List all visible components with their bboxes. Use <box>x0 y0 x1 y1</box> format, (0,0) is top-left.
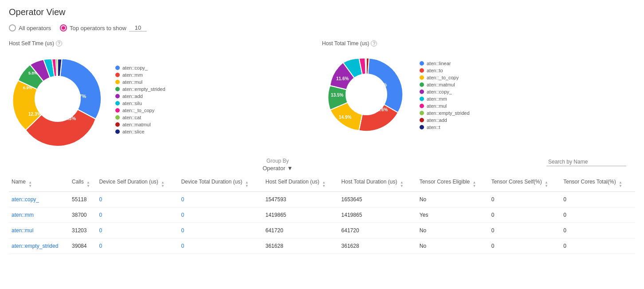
svg-text:14.9%: 14.9% <box>339 115 351 120</box>
col-name: Name ▲▼ <box>9 175 69 192</box>
sort-tensor-eligible[interactable]: ▲▼ <box>473 181 476 188</box>
cell-calls: 31203 <box>69 223 96 238</box>
page-title: Operator View <box>9 7 635 17</box>
cell-host-total: 1419865 <box>339 207 417 223</box>
all-operators-label: All operators <box>19 25 51 31</box>
group-by-value: Operator <box>263 165 285 172</box>
cell-device-self[interactable]: 0 <box>96 192 178 207</box>
left-chart-title: Host Self Time (us) ? <box>9 40 322 47</box>
legend-item: aten::mm <box>115 72 165 78</box>
legend-item: aten::add <box>420 117 470 123</box>
legend-dot <box>115 122 120 127</box>
legend-item: aten::add <box>115 94 165 99</box>
legend-dot <box>420 104 424 108</box>
legend-item: aten::mm <box>420 96 470 102</box>
table-row: aten::mm 38700 0 0 1419865 1419865 Yes 0… <box>9 207 635 223</box>
legend-dot <box>115 108 120 113</box>
cell-device-self[interactable]: 0 <box>96 223 178 238</box>
svg-text:12.3%: 12.3% <box>28 112 41 117</box>
sort-host-self[interactable]: ▲▼ <box>322 181 326 188</box>
cell-host-self: 641720 <box>263 223 339 238</box>
legend-item: aten::copy_ <box>420 89 470 94</box>
col-device-total: Device Total Duration (us) ▲▼ <box>178 175 263 192</box>
cell-name[interactable]: aten::mm <box>9 207 69 223</box>
top-count-input[interactable] <box>129 24 147 31</box>
cell-calls: 55118 <box>69 192 96 207</box>
legend-item: aten::empty_strided <box>420 110 470 116</box>
col-tensor-eligible: Tensor Cores Eligible ▲▼ <box>417 175 489 192</box>
cell-device-total[interactable]: 0 <box>178 223 263 238</box>
cell-device-total[interactable]: 0 <box>178 192 263 207</box>
operator-filter: All operators Top operators to show <box>9 24 635 31</box>
legend-item: aten::_to_copy <box>420 75 470 80</box>
table-row: aten::empty_strided 39084 0 0 361628 361… <box>9 238 635 254</box>
sort-host-total[interactable]: ▲▼ <box>400 181 404 188</box>
cell-calls: 38700 <box>69 207 96 223</box>
legend-dot <box>420 111 424 115</box>
cell-name[interactable]: aten::copy_ <box>9 192 69 207</box>
svg-text:15.6%: 15.6% <box>375 107 388 112</box>
search-input[interactable] <box>546 158 626 166</box>
legend-item: aten::matmul <box>115 122 165 127</box>
right-chart-title: Host Total Time (us) ? <box>322 40 635 47</box>
cell-host-total: 1653645 <box>339 192 417 207</box>
svg-text:11.6%: 11.6% <box>336 76 349 81</box>
left-chart-help-icon[interactable]: ? <box>56 40 62 47</box>
right-chart-help-icon[interactable]: ? <box>371 40 377 47</box>
cell-device-total[interactable]: 0 <box>178 238 263 254</box>
sort-tensor-total[interactable]: ▲▼ <box>619 181 622 188</box>
group-by-select[interactable]: Operator ▼ <box>263 165 293 172</box>
legend-item: aten::empty_strided <box>115 86 165 92</box>
left-donut: 29.7% 27.3% 12.3% 6.9% 5.8% <box>9 50 106 149</box>
right-chart-legend: aten::linear aten::to aten::_to_copy ate… <box>420 61 470 130</box>
cell-host-self: 361628 <box>263 238 339 254</box>
charts-row: Host Self Time (us) ? <box>9 40 635 149</box>
col-tensor-total: Tensor Cores Total(%) ▲▼ <box>561 175 635 192</box>
group-by-container: Group By Operator ▼ <box>263 158 293 172</box>
cell-tensor-total: 0 <box>561 238 635 254</box>
cell-device-self[interactable]: 0 <box>96 238 178 254</box>
sort-calls[interactable]: ▲▼ <box>86 181 90 188</box>
svg-text:16.5%: 16.5% <box>374 82 387 87</box>
sort-name[interactable]: ▲▼ <box>28 181 32 188</box>
cell-name[interactable]: aten::mul <box>9 223 69 238</box>
cell-tensor-total: 0 <box>561 223 635 238</box>
sort-device-total[interactable]: ▲▼ <box>245 181 249 188</box>
cell-tensor-total: 0 <box>561 207 635 223</box>
chevron-down-icon: ▼ <box>287 165 293 172</box>
right-chart-section: Host Total Time (us) ? <box>322 40 635 149</box>
svg-text:5.8%: 5.8% <box>28 71 38 75</box>
right-donut: 16.5% 15.6% 14.9% 13.5% 11.6% <box>322 50 411 140</box>
svg-text:13.5%: 13.5% <box>331 93 343 98</box>
top-operators-radio[interactable]: Top operators to show <box>60 24 147 31</box>
svg-point-0 <box>35 76 81 122</box>
left-chart-legend: aten::copy_ aten::mm aten::mul aten::emp… <box>115 65 165 134</box>
sort-device-self[interactable]: ▲▼ <box>161 181 165 188</box>
cell-tensor-self: 0 <box>489 207 561 223</box>
cell-calls: 39084 <box>69 238 96 254</box>
legend-dot <box>420 97 424 101</box>
legend-dot <box>115 129 120 134</box>
all-operators-radio[interactable]: All operators <box>9 24 51 31</box>
top-operators-label: Top operators to show <box>70 25 126 31</box>
cell-tensor-self: 0 <box>489 192 561 207</box>
legend-item: aten::_to_copy <box>115 108 165 113</box>
legend-item: aten::matmul <box>420 82 470 87</box>
cell-host-total: 361628 <box>339 238 417 254</box>
cell-tensor-eligible: Yes <box>417 207 489 223</box>
legend-item: aten::linear <box>420 61 470 66</box>
cell-host-total: 641720 <box>339 223 417 238</box>
group-by-label: Group By <box>267 158 289 164</box>
legend-dot <box>420 68 424 73</box>
svg-text:6.9%: 6.9% <box>23 86 32 90</box>
legend-dot <box>115 87 120 91</box>
cell-tensor-eligible: No <box>417 223 489 238</box>
cell-name[interactable]: aten::empty_strided <box>9 238 69 254</box>
legend-dot <box>420 118 424 122</box>
legend-dot <box>420 61 424 66</box>
top-operators-radio-circle <box>60 24 67 31</box>
cell-device-self[interactable]: 0 <box>96 207 178 223</box>
cell-host-self: 1547593 <box>263 192 339 207</box>
sort-tensor-self[interactable]: ▲▼ <box>545 181 548 188</box>
cell-device-total[interactable]: 0 <box>178 207 263 223</box>
